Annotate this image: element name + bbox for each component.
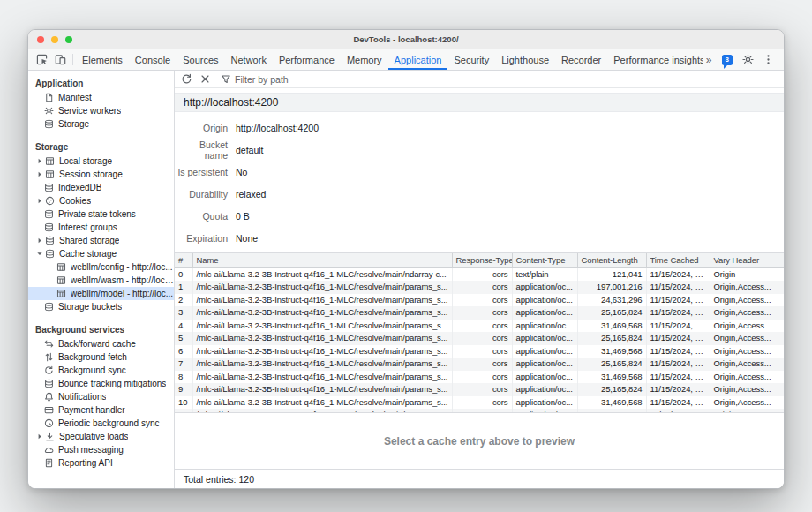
cell-hash: 0 (175, 267, 192, 281)
sidebar-item-manifest[interactable]: Manifest (28, 91, 174, 104)
sidebar-item-storage-buckets[interactable]: Storage buckets (28, 300, 174, 313)
column-header-response-type[interactable]: Response-Type (452, 253, 512, 267)
delete-selected-button[interactable] (196, 71, 214, 87)
close-window-button[interactable] (37, 36, 44, 43)
cache-entry-row[interactable]: 8/mlc-ai/Llama-3.2-3B-Instruct-q4f16_1-M… (175, 371, 784, 384)
sidebar-item-cache-storage[interactable]: Cache storage (28, 247, 174, 260)
tab-elements[interactable]: Elements (76, 49, 129, 70)
sidebar-item-label: Background fetch (58, 352, 127, 362)
sidebar-item-shared-storage[interactable]: Shared storage (28, 234, 174, 247)
tab-console[interactable]: Console (129, 49, 177, 70)
filter-input[interactable]: Filter by path (221, 74, 289, 85)
tab-performance[interactable]: Performance (273, 49, 341, 70)
cache-entry-row[interactable]: 0/mlc-ai/Llama-3.2-3B-Instruct-q4f16_1-M… (175, 267, 784, 281)
sidebar-item-label: Cookies (59, 196, 91, 206)
column-header-content-length[interactable]: Content-Length (577, 253, 646, 267)
database-icon (44, 302, 54, 312)
cell-hash: 9 (175, 383, 192, 396)
column-header-time-cached[interactable]: Time Cached (646, 253, 710, 267)
sidebar-item-webllm-wasm-http-loca[interactable]: webllm/wasm - http://loca... (28, 274, 174, 287)
tab-network[interactable]: Network (225, 49, 273, 70)
cache-entry-row[interactable]: 4/mlc-ai/Llama-3.2-3B-Instruct-q4f16_1-M… (175, 320, 784, 333)
sidebar-item-speculative-loads[interactable]: Speculative loads (28, 430, 174, 443)
cache-entry-row[interactable]: 9/mlc-ai/Llama-3.2-3B-Instruct-q4f16_1-M… (175, 383, 784, 396)
tab-label: Network (231, 55, 267, 65)
sidebar-item-label: IndexedDB (58, 183, 102, 192)
cache-entry-row[interactable]: 3/mlc-ai/Llama-3.2-3B-Instruct-q4f16_1-M… (175, 306, 784, 320)
cache-entry-row[interactable]: 7/mlc-ai/Llama-3.2-3B-Instruct-q4f16_1-M… (175, 358, 784, 371)
sync-icon (44, 365, 54, 375)
cell-hash: 7 (175, 358, 192, 371)
tab-application[interactable]: Application (388, 49, 448, 70)
toggle-device-toolbar-button[interactable] (51, 49, 70, 70)
minimize-window-button[interactable] (51, 36, 58, 43)
tab-lighthouse[interactable]: Lighthouse (495, 49, 555, 70)
document-icon (44, 93, 54, 102)
cell-time-cached: 11/15/2024, 10... (646, 320, 710, 333)
cell-hash: 4 (175, 320, 192, 333)
sidebar-item-webllm-model-http-loc[interactable]: webllm/model - http://loc... (28, 287, 174, 300)
cell-content-length: 25,165,824 (577, 332, 646, 345)
column-header-content-type[interactable]: Content-Type (512, 253, 577, 267)
settings-button[interactable] (739, 49, 757, 70)
cell-hash: 10 (175, 396, 192, 410)
tab-security[interactable]: Security (447, 49, 495, 70)
console-messages-badge[interactable]: 3 (722, 55, 733, 65)
sidebar-item-service-workers[interactable]: Service workers (28, 104, 174, 117)
sidebar-item-background-fetch[interactable]: Background fetch (28, 350, 174, 364)
sidebar-item-label: Shared storage (59, 236, 119, 245)
sidebar-item-interest-groups[interactable]: Interest groups (28, 221, 174, 234)
tab-label: Performance (279, 55, 335, 65)
column-header-vary-header[interactable]: Vary Header (710, 253, 784, 267)
sidebar-item-payment-handler[interactable]: Payment handler (28, 403, 174, 417)
sidebar-item-background-sync[interactable]: Background sync (28, 364, 174, 377)
cache-entry-row[interactable]: 2/mlc-ai/Llama-3.2-3B-Instruct-q4f16_1-M… (175, 294, 784, 307)
cache-entry-row[interactable]: 6/mlc-ai/Llama-3.2-3B-Instruct-q4f16_1-M… (175, 345, 784, 358)
tab-memory[interactable]: Memory (341, 49, 388, 70)
cache-entry-row[interactable]: 10/mlc-ai/Llama-3.2-3B-Instruct-q4f16_1-… (175, 396, 784, 410)
cell-content-type: application/oc... (512, 320, 577, 333)
sidebar-item-indexeddb[interactable]: IndexedDB (28, 181, 174, 194)
traffic-lights (37, 30, 72, 49)
window-titlebar[interactable]: DevTools - localhost:4200/ (28, 30, 784, 49)
chevron-right-icon (35, 157, 44, 165)
more-tabs-button[interactable]: » (703, 54, 716, 66)
inspect-element-button[interactable] (33, 49, 51, 70)
sidebar-item-back-forward-cache[interactable]: Back/forward cache (28, 337, 174, 350)
meta-label: Quota (175, 211, 228, 222)
zoom-window-button[interactable] (65, 36, 72, 43)
cache-entry-row[interactable]: 5/mlc-ai/Llama-3.2-3B-Instruct-q4f16_1-M… (175, 332, 784, 345)
cache-entry-row[interactable]: 1/mlc-ai/Llama-3.2-3B-Instruct-q4f16_1-M… (175, 281, 784, 294)
column-header-name[interactable]: Name (192, 253, 452, 267)
sidebar-item-local-storage[interactable]: Local storage (28, 154, 174, 168)
sidebar-item-notifications[interactable]: Notifications (28, 390, 174, 403)
meta-row-durability: Durabilityrelaxed (175, 183, 784, 205)
column-header-hash[interactable]: # (175, 253, 192, 267)
cell-vary-header: Origin,Access... (710, 306, 784, 320)
meta-value: relaxed (236, 189, 266, 200)
cell-response-type: cors (452, 306, 512, 320)
cell-name: /mlc-ai/Llama-3.2-3B-Instruct-q4f16_1-ML… (192, 267, 452, 281)
refresh-button[interactable] (177, 71, 196, 87)
sidebar-item-label: webllm/config - http://loc... (71, 262, 173, 272)
sidebar-item-push-messaging[interactable]: Push messaging (28, 443, 174, 456)
tab-sources[interactable]: Sources (177, 49, 224, 70)
sidebar-item-session-storage[interactable]: Session storage (28, 168, 174, 181)
sidebar-item-bounce-tracking-mitigations[interactable]: Bounce tracking mitigations (28, 377, 174, 390)
database-icon (44, 119, 54, 129)
cache-toolbar: Filter by path (175, 71, 784, 88)
sidebar-item-periodic-background-sync[interactable]: Periodic background sync (28, 417, 174, 430)
tab-recorder[interactable]: Recorder (555, 49, 607, 70)
sidebar-item-webllm-config-http-loc[interactable]: webllm/config - http://loc... (28, 260, 174, 274)
sidebar-item-private-state-tokens[interactable]: Private state tokens (28, 207, 174, 221)
sidebar-item-cookies[interactable]: Cookies (28, 194, 174, 207)
total-entries-label: Total entries: 120 (184, 474, 254, 485)
chevron-right-icon (35, 433, 44, 440)
sidebar-item-label: Notifications (58, 392, 106, 402)
sidebar-item-reporting-api[interactable]: Reporting API (28, 456, 174, 470)
sidebar-item-storage[interactable]: Storage (28, 117, 174, 131)
tab-performance-insights[interactable]: Performance insights (607, 49, 703, 70)
sidebar-item-label: Reporting API (58, 458, 113, 468)
cell-content-type: application/oc... (512, 371, 577, 384)
main-menu-button[interactable] (759, 49, 778, 70)
